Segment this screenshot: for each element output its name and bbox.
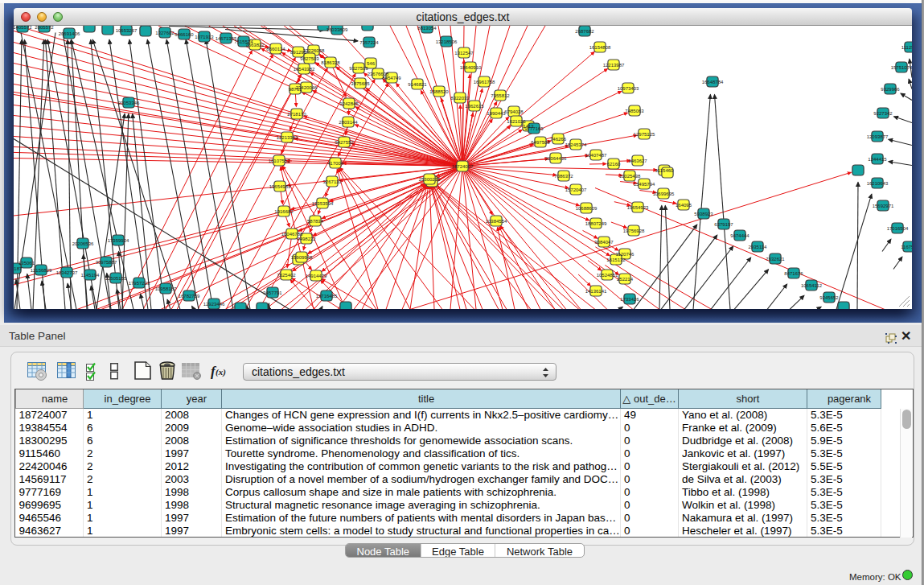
svg-text:8454749: 8454749 xyxy=(382,75,401,80)
svg-text:15692971: 15692971 xyxy=(873,203,894,208)
svg-text:16648784: 16648784 xyxy=(702,79,724,84)
svg-text:1120746: 1120746 xyxy=(616,251,635,256)
svg-text:15720407: 15720407 xyxy=(565,187,587,192)
svg-text:9329966: 9329966 xyxy=(881,86,900,91)
svg-text:1405572: 1405572 xyxy=(14,26,32,30)
svg-text:12213987: 12213987 xyxy=(603,62,625,67)
svg-text:2005572: 2005572 xyxy=(35,26,54,30)
svg-text:1071913: 1071913 xyxy=(195,34,214,39)
svg-text:6379197: 6379197 xyxy=(714,221,733,226)
svg-text:10699695: 10699695 xyxy=(653,191,675,196)
svg-text:15716485: 15716485 xyxy=(316,293,338,298)
svg-text:9227342: 9227342 xyxy=(873,110,893,115)
svg-text:17359924: 17359924 xyxy=(108,237,129,242)
svg-text:9777169: 9777169 xyxy=(524,126,544,130)
svg-text:14914479: 14914479 xyxy=(306,273,327,278)
svg-text:18245374: 18245374 xyxy=(565,142,587,146)
svg-text:12093877: 12093877 xyxy=(867,134,889,138)
svg-text:3267110: 3267110 xyxy=(323,179,343,183)
svg-text:2687682: 2687682 xyxy=(575,28,594,33)
svg-text:12923446: 12923446 xyxy=(203,301,225,306)
svg-text:16107552: 16107552 xyxy=(269,158,290,163)
svg-text:8322033: 8322033 xyxy=(450,95,470,100)
svg-text:16961758: 16961758 xyxy=(474,79,495,84)
svg-text:10653267: 10653267 xyxy=(116,27,138,32)
svg-text:12975125: 12975125 xyxy=(634,131,655,136)
svg-text:1362615: 1362615 xyxy=(465,103,484,108)
svg-text:20206536: 20206536 xyxy=(72,241,94,245)
svg-text:18724007: 18724007 xyxy=(452,163,474,168)
svg-text:7955812: 7955812 xyxy=(491,93,510,97)
svg-text:10025438: 10025438 xyxy=(619,173,641,178)
svg-text:19654923: 19654923 xyxy=(627,204,649,209)
svg-text:10958187: 10958187 xyxy=(155,286,177,290)
svg-text:30975887: 30975887 xyxy=(96,259,117,264)
svg-text:8471676: 8471676 xyxy=(784,270,803,275)
svg-text:7663822: 7663822 xyxy=(245,42,265,47)
svg-text:18807249: 18807249 xyxy=(585,220,607,225)
svg-text:9327503: 9327503 xyxy=(349,65,368,70)
svg-text:39187: 39187 xyxy=(14,266,23,270)
svg-text:20691406: 20691406 xyxy=(59,31,80,35)
svg-text:2718170: 2718170 xyxy=(287,111,306,116)
svg-text:5938923: 5938923 xyxy=(694,211,713,216)
svg-text:16543382: 16543382 xyxy=(294,66,315,71)
svg-text:98761: 98761 xyxy=(289,86,302,91)
svg-text:20053346: 20053346 xyxy=(118,100,140,105)
svg-text:2803144: 2803144 xyxy=(339,119,358,124)
svg-text:10524851: 10524851 xyxy=(597,272,618,277)
svg-text:12213383: 12213383 xyxy=(277,134,298,139)
svg-text:16154808: 16154808 xyxy=(589,44,611,49)
svg-text:9146821: 9146821 xyxy=(408,81,427,86)
svg-text:8813054: 8813054 xyxy=(417,26,437,31)
svg-text:6497508: 6497508 xyxy=(531,139,550,144)
svg-text:12353594: 12353594 xyxy=(312,200,334,205)
svg-text:1327602: 1327602 xyxy=(155,30,175,35)
svg-text:1615132: 1615132 xyxy=(606,257,626,262)
svg-text:8660124: 8660124 xyxy=(266,46,285,51)
svg-text:19756928: 19756928 xyxy=(623,228,645,233)
svg-text:164095: 164095 xyxy=(676,202,692,207)
svg-text:746266: 746266 xyxy=(550,136,567,141)
svg-text:10654112: 10654112 xyxy=(801,282,823,287)
svg-text:1588520: 1588520 xyxy=(429,89,449,93)
svg-text:20364436: 20364436 xyxy=(545,155,567,160)
svg-text:1990443: 1990443 xyxy=(487,110,506,115)
svg-text:25300215: 25300215 xyxy=(419,176,441,181)
svg-text:62160: 62160 xyxy=(607,161,621,166)
svg-text:252214: 252214 xyxy=(617,276,634,281)
svg-text:14136141: 14136141 xyxy=(585,288,607,293)
svg-text:546: 546 xyxy=(367,60,376,65)
svg-text:10384554: 10384554 xyxy=(486,218,507,223)
svg-text:9245652: 9245652 xyxy=(819,295,839,299)
svg-text:7086372: 7086372 xyxy=(554,173,573,178)
svg-text:12505155: 12505155 xyxy=(105,275,127,280)
svg-text:7625402: 7625402 xyxy=(277,272,296,277)
svg-text:4498222: 4498222 xyxy=(297,236,316,241)
svg-text:2935114: 2935114 xyxy=(749,244,768,249)
svg-text:9463627: 9463627 xyxy=(628,158,647,163)
svg-text:1145194: 1145194 xyxy=(81,272,101,277)
svg-text:1916682: 1916682 xyxy=(274,208,294,213)
svg-text:15751074: 15751074 xyxy=(891,64,912,69)
svg-text:9827503: 9827503 xyxy=(300,56,319,60)
svg-text:19654983: 19654983 xyxy=(269,183,291,188)
svg-text:417004: 417004 xyxy=(327,160,344,165)
svg-text:7485063: 7485063 xyxy=(625,108,644,113)
svg-text:9115460: 9115460 xyxy=(655,167,675,172)
svg-text:6466160: 6466160 xyxy=(175,31,194,36)
svg-text:15909948: 15909948 xyxy=(291,254,313,259)
svg-text:12342737: 12342737 xyxy=(56,270,78,274)
svg-text:9427552: 9427552 xyxy=(335,139,354,144)
svg-text:10973403: 10973403 xyxy=(618,85,639,90)
svg-text:1244415: 1244415 xyxy=(868,156,887,161)
svg-text:1733426: 1733426 xyxy=(620,296,639,301)
svg-text:7632621: 7632621 xyxy=(766,256,785,261)
svg-text:9084047: 9084047 xyxy=(594,239,614,244)
svg-text:(x): (x) xyxy=(216,367,226,377)
svg-text:16210643: 16210643 xyxy=(867,180,889,185)
svg-text:7357224: 7357224 xyxy=(359,39,379,44)
svg-text:17016504: 17016504 xyxy=(887,225,909,230)
svg-text:17957223: 17957223 xyxy=(129,280,150,285)
svg-text:9242845: 9242845 xyxy=(339,101,359,105)
